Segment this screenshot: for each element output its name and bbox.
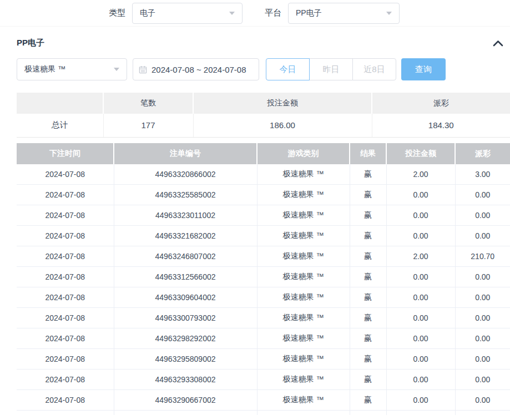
table-cell: 0.00 [455, 390, 510, 411]
table-cell: 极速糖果 ™ [257, 205, 350, 226]
table-cell: 极速糖果 ™ [257, 349, 350, 370]
summary-total-row: 总计 177 186.00 184.30 [17, 114, 510, 137]
game-select-value: 极速糖果 ™ [24, 64, 65, 74]
table-row: 2024-07-0844963325585002极速糖果 ™赢0.000.00 [17, 185, 510, 205]
table-cell: 赢 [350, 185, 386, 205]
records-column-header: 下注时间 [17, 143, 114, 164]
summary-total-payout: 184.30 [372, 114, 510, 137]
quick-range-button-2[interactable]: 近8日 [352, 58, 396, 80]
table-cell: 0.00 [386, 226, 455, 246]
table-cell: 赢 [350, 287, 386, 308]
table-cell: 2024-07-08 [17, 370, 114, 390]
table-cell: 赢 [350, 226, 386, 246]
table-cell: 0.00 [455, 308, 510, 328]
table-cell: 极速糖果 ™ [257, 267, 350, 287]
table-cell: 极速糖果 ™ [257, 370, 350, 390]
quick-range-button-1[interactable]: 昨日 [309, 58, 353, 80]
table-row: 2024-07-0844963309604002极速糖果 ™赢0.000.00 [17, 287, 510, 308]
table-cell: 44963300793002 [114, 308, 257, 328]
table-cell: 极速糖果 ™ [257, 328, 350, 349]
summary-total-bet-amount: 186.00 [193, 114, 372, 137]
table-row: 2024-07-0844963246807002极速糖果 ™赢2.00210.7… [17, 246, 510, 267]
table-cell: 赢 [350, 370, 386, 390]
table-cell: 0.00 [386, 349, 455, 370]
table-cell: 44963320866002 [114, 164, 257, 185]
records-column-header: 结果 [350, 143, 386, 164]
table-cell: 44963325585002 [114, 185, 257, 205]
records-column-header: 派彩 [455, 143, 510, 164]
table-cell: 2024-07-08 [17, 226, 114, 246]
search-button[interactable]: 查询 [401, 58, 446, 80]
table-cell: 2024-07-08 [17, 308, 114, 328]
table-cell [257, 411, 350, 415]
records-table: 下注时间注单编号游戏类别结果投注金额派彩 2024-07-08449633208… [17, 143, 510, 415]
table-cell: 0.00 [455, 226, 510, 246]
type-select[interactable]: 电子 [132, 3, 243, 24]
summary-total-count: 177 [103, 114, 193, 137]
table-cell: 0.00 [386, 328, 455, 349]
table-cell: 0.00 [386, 390, 455, 411]
table-cell: 赢 [350, 328, 386, 349]
table-row: 2024-07-0844963321682002极速糖果 ™赢0.000.00 [17, 226, 510, 246]
table-row: 2024-07-0844963320866002极速糖果 ™赢2.003.00 [17, 164, 510, 185]
date-range-picker[interactable]: 2024-07-08 ~ 2024-07-08 [133, 58, 259, 80]
table-cell: 极速糖果 ™ [257, 185, 350, 205]
quick-range-group: 今日昨日近8日 [266, 58, 396, 80]
summary-header-row: 笔数投注金额派彩 [17, 93, 510, 114]
table-cell: 44963293308002 [114, 370, 257, 390]
table-cell: 0.00 [386, 185, 455, 205]
table-row: 2024-07-0844963298292002极速糖果 ™赢0.000.00 [17, 328, 510, 349]
table-cell [114, 411, 257, 415]
table-row: 2024-07-0844963300793002极速糖果 ™赢0.000.00 [17, 308, 510, 328]
game-select[interactable]: 极速糖果 ™ [17, 58, 127, 80]
table-row: 2024-07-0844963290667002极速糖果 ™赢0.000.00 [17, 390, 510, 411]
table-cell: 0.00 [386, 267, 455, 287]
table-cell: 2.00 [386, 164, 455, 185]
query-bar: 极速糖果 ™ 2024-07-08 ~ 2024-07-08 今日昨日近8日 查… [0, 58, 510, 80]
table-cell: 0.00 [386, 308, 455, 328]
table-row: 2024-07-0844963295809002极速糖果 ™赢0.000.00 [17, 349, 510, 370]
summary-column-header: 笔数 [103, 93, 193, 114]
table-cell: 0.00 [455, 205, 510, 226]
table-cell [17, 411, 114, 415]
caret-down-icon [386, 12, 392, 15]
table-row-clipped [17, 411, 510, 415]
summary-column-header [17, 93, 103, 114]
platform-label: 平台 [265, 8, 281, 18]
platform-select-value: PP电子 [296, 8, 322, 18]
table-cell: 0.00 [386, 205, 455, 226]
table-cell: 44963290667002 [114, 390, 257, 411]
summary-table: 笔数投注金额派彩 总计 177 186.00 184.30 [17, 93, 510, 138]
section-header: PP电子 [0, 27, 510, 48]
table-cell: 极速糖果 ™ [257, 308, 350, 328]
table-cell: 赢 [350, 164, 386, 185]
table-cell: 0.00 [386, 287, 455, 308]
caret-down-icon [114, 68, 119, 71]
table-cell: 赢 [350, 246, 386, 267]
table-cell: 极速糖果 ™ [257, 164, 350, 185]
table-cell [386, 411, 455, 415]
table-cell: 44963295809002 [114, 349, 257, 370]
platform-select[interactable]: PP电子 [288, 3, 400, 24]
table-cell: 赢 [350, 308, 386, 328]
table-cell: 0.00 [455, 349, 510, 370]
table-cell: 赢 [350, 267, 386, 287]
table-cell: 2.00 [386, 246, 455, 267]
table-cell: 3.00 [455, 164, 510, 185]
table-cell: 赢 [350, 349, 386, 370]
table-cell: 210.70 [455, 246, 510, 267]
table-cell: 2024-07-08 [17, 205, 114, 226]
records-body: 2024-07-0844963320866002极速糖果 ™赢2.003.002… [17, 164, 510, 415]
collapse-section-button[interactable] [492, 39, 504, 48]
table-cell: 0.00 [455, 185, 510, 205]
table-cell: 极速糖果 ™ [257, 287, 350, 308]
table-cell: 赢 [350, 390, 386, 411]
records-column-header: 注单编号 [114, 143, 257, 164]
caret-down-icon [229, 12, 235, 15]
quick-range-button-0[interactable]: 今日 [266, 58, 310, 80]
table-row: 2024-07-0844963293308002极速糖果 ™赢0.000.00 [17, 370, 510, 390]
table-cell: 2024-07-08 [17, 390, 114, 411]
table-cell: 0.00 [455, 328, 510, 349]
table-cell: 44963246807002 [114, 246, 257, 267]
table-cell: 44963323011002 [114, 205, 257, 226]
